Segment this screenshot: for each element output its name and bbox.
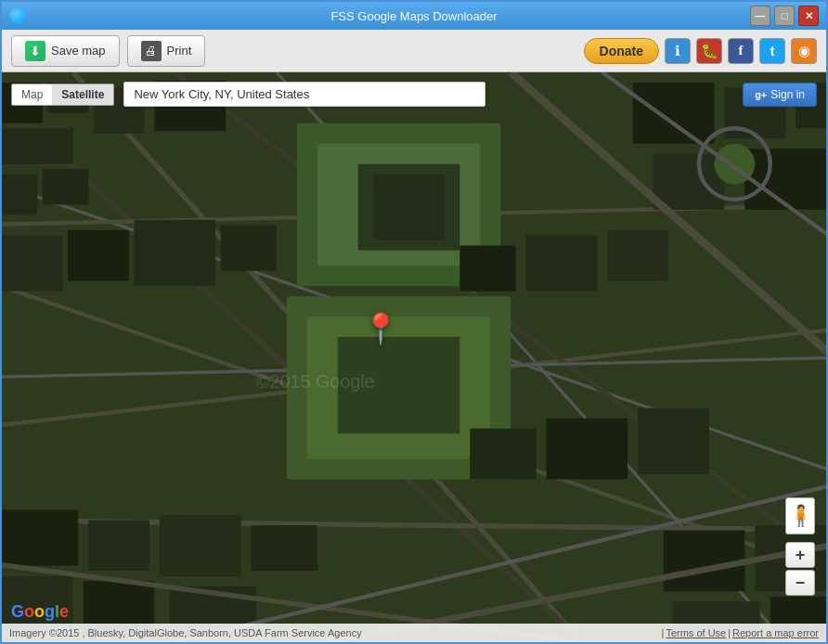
svg-rect-29: [134, 220, 215, 286]
rss-button[interactable]: ◉: [791, 38, 817, 64]
print-label: Print: [167, 44, 192, 58]
zoom-out-button[interactable]: −: [785, 570, 815, 596]
svg-rect-48: [607, 230, 668, 281]
location-pin-icon: 📍: [362, 312, 399, 345]
svg-rect-35: [88, 520, 149, 571]
sign-in-label: Sign in: [770, 88, 805, 101]
sign-in-button[interactable]: g+ Sign in: [743, 83, 817, 107]
zoom-out-icon: −: [796, 573, 806, 593]
google-plus-icon: g+: [755, 89, 767, 100]
info-icon: ℹ: [675, 43, 680, 59]
svg-rect-27: [2, 235, 63, 290]
window-controls: — □ ✕: [750, 6, 819, 26]
imagery-attribution: Imagery ©2015 , Bluesky, DigitalGlobe, S…: [9, 627, 362, 638]
rss-icon: ◉: [798, 43, 810, 59]
svg-rect-25: [653, 154, 725, 210]
svg-rect-51: [638, 408, 709, 474]
google-logo: Google: [11, 602, 69, 622]
zoom-in-button[interactable]: +: [785, 542, 815, 568]
zoom-in-icon: +: [796, 546, 806, 565]
map-type-tabs: Map Satellite: [11, 84, 114, 106]
svg-rect-50: [547, 419, 628, 480]
svg-rect-47: [526, 235, 598, 290]
twitter-button[interactable]: t: [759, 38, 785, 64]
toolbar: ⬇ Save map 🖨 Print Donate ℹ 🐛 f t ◉: [2, 30, 826, 72]
toolbar-right: Donate ℹ 🐛 f t ◉: [584, 38, 817, 64]
titlebar: FSS Google Maps Downloader — □ ✕: [2, 2, 826, 30]
svg-rect-28: [68, 230, 129, 281]
svg-rect-37: [252, 525, 317, 571]
donate-button[interactable]: Donate: [584, 38, 659, 64]
maximize-button[interactable]: □: [774, 6, 795, 26]
svg-rect-30: [221, 225, 277, 270]
bug-icon: 🐛: [701, 43, 718, 59]
print-icon: 🖨: [141, 41, 162, 61]
app-icon: [9, 7, 26, 24]
print-button[interactable]: 🖨 Print: [127, 35, 206, 67]
save-map-button[interactable]: ⬇ Save map: [11, 35, 120, 67]
svg-rect-21: [373, 174, 445, 240]
facebook-icon: f: [739, 43, 744, 58]
save-icon: ⬇: [25, 41, 45, 61]
report-error-link[interactable]: Report a map error: [732, 627, 819, 638]
svg-rect-36: [160, 515, 241, 576]
facebook-button[interactable]: f: [728, 38, 754, 64]
svg-rect-26: [744, 148, 826, 210]
map-background: ©2015 Google: [2, 72, 826, 642]
close-button[interactable]: ✕: [798, 6, 819, 26]
city-overlay: ©2015 Google: [2, 72, 826, 642]
svg-rect-12: [2, 128, 73, 163]
separator-1: |: [662, 627, 665, 638]
svg-text:©2015 Google: ©2015 Google: [256, 371, 374, 392]
map-controls: Map Satellite g+ Sign in: [11, 82, 817, 107]
twitter-icon: t: [770, 43, 775, 58]
pegman-button[interactable]: 🧍: [785, 497, 815, 535]
svg-rect-49: [470, 429, 536, 480]
svg-rect-41: [664, 530, 745, 591]
map-container[interactable]: ©2015 Google Map Satellite g+ Sign in 📍 …: [2, 72, 826, 642]
minimize-button[interactable]: —: [750, 6, 770, 26]
info-button[interactable]: ℹ: [665, 38, 691, 64]
bug-button[interactable]: 🐛: [696, 38, 722, 64]
window-title: FSS Google Maps Downloader: [330, 9, 497, 23]
svg-rect-34: [2, 509, 78, 565]
svg-rect-46: [459, 245, 515, 290]
app-window: FSS Google Maps Downloader — □ ✕ ⬇ Save …: [0, 0, 828, 644]
map-tab[interactable]: Map: [12, 84, 52, 105]
separator-2: |: [728, 627, 731, 638]
zoom-controls: 🧍 + −: [785, 497, 815, 596]
pegman-icon: 🧍: [788, 504, 813, 528]
svg-rect-16: [2, 174, 37, 215]
save-map-label: Save map: [51, 44, 106, 58]
map-marker: 📍: [362, 311, 399, 346]
search-input[interactable]: [123, 82, 485, 107]
satellite-tab[interactable]: Satellite: [52, 84, 113, 105]
terms-of-use-link[interactable]: Terms of Use: [666, 627, 726, 638]
svg-rect-17: [43, 169, 88, 204]
attribution-bar: Imagery ©2015 , Bluesky, DigitalGlobe, S…: [2, 624, 826, 642]
